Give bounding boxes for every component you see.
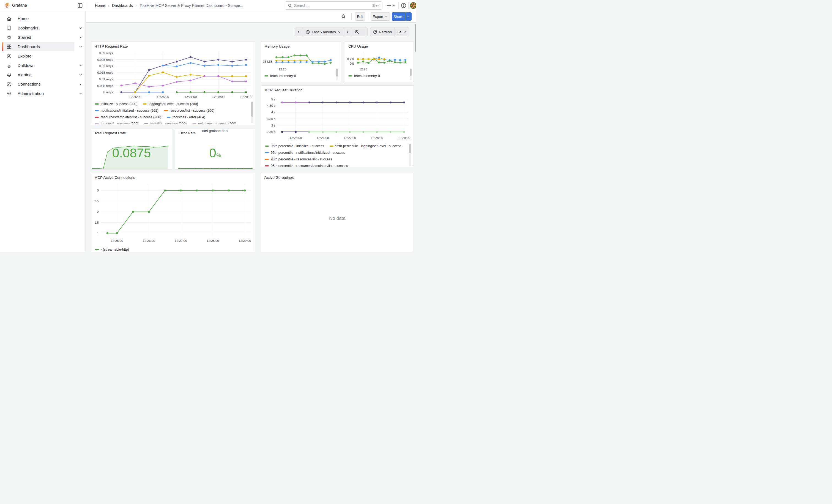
legend-item[interactable]: 95th percentile - notifications/initiali…: [265, 151, 345, 155]
legend-swatch: [164, 110, 168, 111]
legend-scrollbar[interactable]: [251, 102, 253, 117]
expand-drilldown-button[interactable]: [76, 64, 85, 67]
legend-item[interactable]: fetch-telemetry-0: [348, 74, 380, 78]
sidebar-item-explore-link[interactable]: Explore: [2, 51, 74, 60]
legend-scrollbar[interactable]: [410, 69, 412, 76]
sidebar-item-connections-link[interactable]: Connections: [2, 80, 74, 88]
legend-item[interactable]: 95th percentile - resources/list - succe…: [265, 157, 332, 161]
chevron-right-icon: [346, 30, 349, 33]
page-scrollbar[interactable]: [415, 24, 416, 52]
sidebar-item-label: Starred: [18, 35, 31, 39]
legend-scrollbar[interactable]: [409, 144, 411, 153]
svg-text:0.025 req/s: 0.025 req/s: [97, 58, 113, 61]
panel-title[interactable]: Memory Usage: [264, 44, 290, 48]
export-button[interactable]: Export: [371, 12, 390, 21]
legend-row: fetch-telemetry-0: [348, 73, 409, 79]
chevron-down-icon: [79, 82, 82, 86]
drilldown-icon: [6, 63, 12, 68]
legend-item[interactable]: tools/call - success (200): [95, 122, 139, 124]
legend-item[interactable]: - (streamable-http): [95, 247, 129, 251]
sidebar-toggle-icon[interactable]: [77, 3, 83, 8]
share-options-button[interactable]: [405, 12, 412, 21]
sidebar-item-administration: Administration: [0, 89, 85, 98]
http-legend: initialize - success (200)logging/setLev…: [95, 101, 250, 124]
panel-title[interactable]: MCP Request Duration: [264, 88, 303, 92]
chevron-down-icon: [407, 15, 410, 18]
user-avatar[interactable]: [410, 2, 416, 9]
legend-label: tools/call - success (200): [101, 122, 139, 124]
http-request-rate-chart[interactable]: 0 req/s0.005 req/s0.01 req/s0.015 req/s0…: [93, 50, 253, 100]
panel-title[interactable]: Active Goroutines: [264, 176, 294, 180]
legend-item[interactable]: 95th percentile - resources/templates/li…: [265, 164, 348, 167]
legend-item[interactable]: 95th percentile - initialize - success: [265, 144, 324, 148]
panel-title[interactable]: CPU Usage: [348, 44, 368, 48]
sidebar-item-dashboards-link[interactable]: Dashboards: [2, 42, 74, 51]
legend-item[interactable]: resources/list - success (200): [164, 109, 215, 112]
legend-item[interactable]: tools/list - success (200): [144, 122, 187, 124]
grafana-logo-icon[interactable]: [4, 2, 10, 9]
chevron-down-icon: [79, 92, 82, 95]
sidebar-item-bookmarks-link[interactable]: Bookmarks: [2, 23, 74, 32]
expand-bookmarks-button[interactable]: [76, 26, 85, 30]
dashboard-toolbar: Edit Export Share: [85, 11, 416, 23]
zoom-out-button[interactable]: [352, 28, 362, 36]
legend-item[interactable]: notifications/initialized - success (202…: [95, 109, 158, 112]
mcp-active-connections-chart[interactable]: 11.522.5312:25:0012:26:0012:27:0012:28:0…: [93, 180, 254, 246]
star-icon: [6, 35, 12, 40]
legend-swatch: [95, 249, 99, 250]
svg-text:12:28:00: 12:28:00: [207, 239, 219, 242]
legend-item[interactable]: 95th percentile - logging/setLevel - suc…: [330, 144, 401, 148]
svg-text:0.005 req/s: 0.005 req/s: [97, 84, 113, 87]
legend-item[interactable]: tools/call - error (404): [167, 115, 205, 119]
time-shift-back-button[interactable]: [295, 28, 303, 36]
svg-text:2: 2: [97, 210, 99, 213]
expand-alerting-button[interactable]: [76, 73, 85, 77]
legend-item[interactable]: initialize - success (200): [95, 102, 137, 106]
legend-item[interactable]: fetch-telemetry-0: [264, 74, 296, 78]
expand-dashboards-button[interactable]: [76, 45, 85, 48]
expand-administration-button[interactable]: [76, 92, 85, 95]
refresh-interval-picker[interactable]: 5s: [395, 28, 409, 36]
brand-title: Grafana: [12, 3, 27, 7]
legend-item[interactable]: resources/templates/list - success (200): [95, 115, 161, 119]
legend-item[interactable]: logging/setLevel - success (200): [143, 102, 198, 106]
expand-connections-button[interactable]: [76, 82, 85, 86]
favorite-star-button[interactable]: [341, 14, 346, 19]
panel-memory-usage: Memory Usage 16 MiB12:25 fetch-telemetry…: [261, 42, 341, 82]
legend-scrollbar[interactable]: [336, 69, 338, 77]
panel-title[interactable]: Error Rate: [179, 131, 196, 135]
panel-title[interactable]: MCP Active Connections: [94, 176, 135, 180]
svg-text:12:25:00: 12:25:00: [111, 239, 123, 242]
expand-starred-button[interactable]: [76, 36, 85, 39]
help-button[interactable]: ?: [400, 2, 407, 8]
sidebar-item-label: Home: [18, 16, 29, 21]
search-input[interactable]: Search... ⌘+k: [285, 1, 383, 10]
time-shift-forward-button[interactable]: [344, 28, 352, 36]
refresh-icon: [373, 30, 377, 34]
time-range-picker[interactable]: Last 5 minutes: [303, 28, 344, 36]
cpu-usage-chart[interactable]: 0.2%0%12:25: [345, 50, 408, 71]
legend-row: 95th percentile - notifications/initiali…: [265, 150, 408, 156]
legend-row: fetch-telemetry-0: [264, 73, 336, 79]
breadcrumb-home[interactable]: Home: [95, 3, 105, 8]
refresh-button[interactable]: Refresh: [370, 28, 394, 36]
panel-title[interactable]: Total Request Rate: [94, 131, 126, 135]
sidebar-item-starred-link[interactable]: Starred: [2, 33, 74, 42]
svg-text:3.50 s: 3.50 s: [267, 117, 276, 121]
memory-usage-chart[interactable]: 16 MiB12:25: [262, 50, 334, 71]
panel-title[interactable]: HTTP Request Rate: [94, 44, 128, 48]
breadcrumb-dashboards[interactable]: Dashboards: [112, 3, 133, 8]
sidebar-item-drilldown-link[interactable]: Drilldown: [2, 61, 74, 70]
search-shortcut: ⌘+k: [372, 4, 380, 8]
sidebar-item-home-link[interactable]: Home: [2, 14, 74, 23]
sidebar-item-administration-link[interactable]: Administration: [2, 89, 74, 98]
edit-button[interactable]: Edit: [355, 12, 365, 21]
add-new-button[interactable]: [386, 2, 396, 9]
duration-legend: 95th percentile - initialize - success95…: [265, 143, 408, 167]
share-button-label: Share: [393, 15, 404, 19]
share-button[interactable]: Share: [392, 12, 405, 21]
legend-item[interactable]: unknown - success (200): [192, 122, 236, 124]
legend-label: 95th percentile - initialize - success: [271, 144, 324, 148]
mcp-request-duration-chart[interactable]: 5 s4.50 s4 s3.50 s3 s2.50 s12:25:0012:26…: [263, 94, 411, 141]
sidebar-item-alerting-link[interactable]: Alerting: [2, 70, 74, 79]
